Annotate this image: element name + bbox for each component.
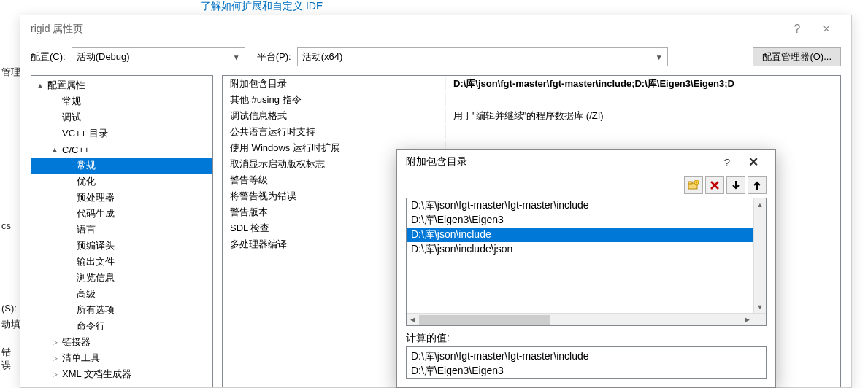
fragment-text: 错 误 bbox=[0, 344, 22, 373]
tree-item[interactable]: ▷XML 文档生成器 bbox=[31, 366, 212, 382]
tree-item-label: 浏览信息 bbox=[77, 271, 115, 284]
arrow-down-icon bbox=[731, 180, 740, 190]
tree-item[interactable]: 预编译头 bbox=[31, 238, 212, 254]
tree-twisty-icon[interactable]: ▷ bbox=[50, 338, 59, 346]
tree-item-label: 清单工具 bbox=[62, 352, 100, 365]
horizontal-scrollbar[interactable]: ◀ ▶ bbox=[407, 313, 766, 325]
property-row[interactable]: 公共语言运行时支持 bbox=[223, 124, 840, 140]
property-name: 其他 #using 指令 bbox=[223, 93, 446, 106]
chevron-down-icon: ▼ bbox=[233, 53, 240, 61]
directories-listbox[interactable]: D:\库\json\fgt-master\fgt-master\includeD… bbox=[406, 198, 767, 326]
tree-item[interactable]: 语言 bbox=[31, 222, 212, 238]
computed-value-line: D:\库\Eigen3\Eigen3 bbox=[411, 363, 761, 378]
property-value[interactable]: D:\库\json\fgt-master\fgt-master\include;… bbox=[446, 77, 840, 90]
tree-item-label: 命令行 bbox=[77, 319, 105, 333]
property-name: 公共语言运行时支持 bbox=[223, 125, 446, 139]
tree-twisty-icon[interactable]: ▷ bbox=[50, 370, 59, 378]
tree-item[interactable]: ▲配置属性 bbox=[31, 77, 212, 93]
tree-item-label: 预编译头 bbox=[77, 239, 115, 252]
tree-item[interactable]: 常规 bbox=[31, 93, 212, 109]
tree-item[interactable]: 浏览信息 bbox=[31, 270, 212, 286]
arrow-up-icon bbox=[753, 180, 761, 190]
scroll-right-icon[interactable]: ▶ bbox=[741, 314, 753, 325]
tree-item[interactable]: 高级 bbox=[31, 286, 212, 302]
tree-item[interactable]: 命令行 bbox=[31, 318, 212, 334]
platform-combo-value: 活动(x64) bbox=[302, 50, 343, 63]
close-button[interactable]: ✕ bbox=[740, 155, 767, 170]
scroll-up-icon[interactable]: ▲ bbox=[754, 198, 766, 211]
sub-dialog-titlebar: 附加包含目录 ? ✕ bbox=[397, 150, 775, 174]
property-row[interactable]: 其他 #using 指令 bbox=[223, 92, 840, 108]
fragment-text: (S): bbox=[0, 301, 22, 315]
tree-item-label: 预处理器 bbox=[77, 191, 115, 204]
scroll-left-icon[interactable]: ◀ bbox=[407, 314, 419, 325]
dialog-titlebar: rigid 属性页 ? × bbox=[20, 15, 851, 43]
platform-label: 平台(P): bbox=[257, 50, 291, 63]
fragment-text: 管理 bbox=[0, 64, 22, 80]
list-item[interactable]: D:\库\json\include bbox=[407, 228, 753, 242]
tree-item[interactable]: 常规 bbox=[31, 158, 212, 174]
property-name: 调试信息格式 bbox=[223, 109, 446, 123]
computed-value-line: D:\库\json\fgt-master\fgt-master\include bbox=[411, 349, 761, 363]
tree-item[interactable]: 代码生成 bbox=[31, 206, 212, 222]
tree-item-label: XML 文档生成器 bbox=[62, 368, 131, 381]
property-row[interactable]: 调试信息格式用于"编辑并继续"的程序数据库 (/ZI) bbox=[223, 108, 840, 124]
ide-extend-link[interactable]: 了解如何扩展和自定义 IDE bbox=[201, 0, 323, 13]
tree-item[interactable]: VC++ 目录 bbox=[31, 125, 212, 141]
property-name: 附加包含目录 bbox=[223, 77, 446, 90]
tree-item-label: 常规 bbox=[77, 159, 96, 172]
config-label: 配置(C): bbox=[31, 50, 66, 63]
delete-icon bbox=[710, 180, 720, 190]
dialog-title: rigid 属性页 bbox=[31, 23, 783, 36]
move-down-button[interactable] bbox=[726, 176, 745, 194]
computed-values-box: D:\库\json\fgt-master\fgt-master\includeD… bbox=[406, 346, 767, 379]
tree-twisty-icon[interactable]: ▲ bbox=[36, 82, 45, 89]
tree-item-label: 代码生成 bbox=[77, 207, 115, 220]
property-tree[interactable]: ▲配置属性常规调试VC++ 目录▲C/C++常规优化预处理器代码生成语言预编译头… bbox=[31, 75, 213, 387]
tree-item-label: 调试 bbox=[62, 111, 81, 124]
svg-rect-1 bbox=[688, 182, 692, 184]
property-row[interactable]: 附加包含目录D:\库\json\fgt-master\fgt-master\in… bbox=[223, 76, 840, 92]
scrollbar-thumb[interactable] bbox=[419, 315, 550, 325]
tree-item[interactable]: ▲C/C++ bbox=[31, 141, 212, 158]
property-value[interactable]: 用于"编辑并继续"的程序数据库 (/ZI) bbox=[446, 109, 840, 123]
list-item[interactable]: D:\库\Eigen3\Eigen3 bbox=[407, 213, 753, 228]
tree-item[interactable]: ▷清单工具 bbox=[31, 350, 212, 366]
computed-values-label: 计算的值: bbox=[406, 332, 767, 345]
vertical-scrollbar[interactable]: ▲ ▼ bbox=[753, 198, 766, 313]
tree-item[interactable]: 调试 bbox=[31, 109, 212, 125]
tree-item-label: C/C++ bbox=[62, 144, 90, 155]
tree-item[interactable]: 优化 bbox=[31, 174, 212, 190]
new-folder-icon bbox=[688, 180, 699, 190]
tree-twisty-icon[interactable]: ▲ bbox=[50, 146, 59, 153]
tree-twisty-icon[interactable]: ▷ bbox=[50, 354, 59, 362]
tree-item[interactable]: 预处理器 bbox=[31, 190, 212, 206]
help-button[interactable]: ? bbox=[783, 23, 812, 36]
tree-item[interactable]: 输出文件 bbox=[31, 254, 212, 270]
tree-item-label: 常规 bbox=[62, 95, 81, 108]
fragment-text: cs bbox=[0, 219, 22, 233]
tree-item-label: 输出文件 bbox=[77, 255, 115, 268]
new-folder-button[interactable] bbox=[684, 176, 703, 194]
config-manager-button[interactable]: 配置管理器(O)... bbox=[753, 47, 841, 66]
sub-dialog-toolbar bbox=[397, 174, 775, 196]
config-combo-value: 活动(Debug) bbox=[77, 50, 130, 63]
move-up-button[interactable] bbox=[748, 176, 767, 194]
list-item[interactable]: D:\库\json\include\json bbox=[407, 242, 753, 257]
help-button[interactable]: ? bbox=[714, 156, 740, 168]
tree-item-label: 链接器 bbox=[62, 335, 91, 349]
dialog-toolbar: 配置(C): 活动(Debug) ▼ 平台(P): 活动(x64) ▼ 配置管理… bbox=[20, 43, 851, 71]
tree-item[interactable]: ▷链接器 bbox=[31, 334, 212, 350]
scroll-down-icon[interactable]: ▼ bbox=[754, 300, 766, 313]
tree-item-label: 优化 bbox=[77, 175, 96, 188]
platform-combo[interactable]: 活动(x64) ▼ bbox=[297, 47, 668, 66]
tree-item[interactable]: 所有选项 bbox=[31, 302, 212, 318]
list-item[interactable]: D:\库\json\fgt-master\fgt-master\include bbox=[407, 198, 753, 213]
delete-button[interactable] bbox=[705, 176, 724, 194]
tree-item-label: VC++ 目录 bbox=[62, 127, 108, 140]
config-combo[interactable]: 活动(Debug) ▼ bbox=[72, 47, 245, 66]
sub-dialog-title: 附加包含目录 bbox=[406, 155, 714, 168]
chevron-down-icon: ▼ bbox=[656, 53, 663, 61]
close-button[interactable]: × bbox=[812, 23, 841, 36]
include-dirs-dialog: 附加包含目录 ? ✕ bbox=[396, 149, 776, 388]
